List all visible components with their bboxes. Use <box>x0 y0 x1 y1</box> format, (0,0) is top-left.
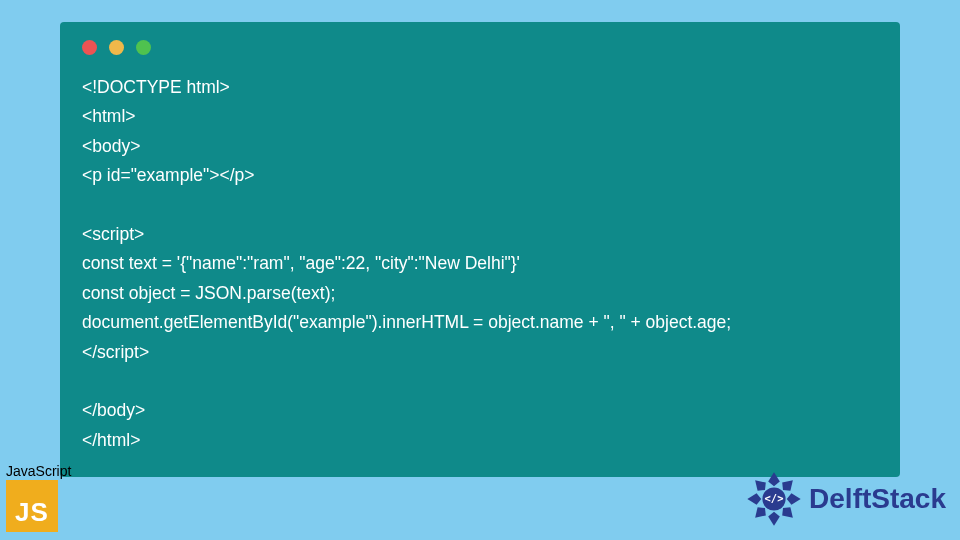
window-titlebar <box>82 40 878 55</box>
javascript-badge: JavaScript JS <box>6 463 71 532</box>
language-short: JS <box>15 497 49 528</box>
svg-marker-2 <box>787 493 801 505</box>
delftstack-icon: </> <box>745 470 803 528</box>
code-content: <!DOCTYPE html> <html> <body> <p id="exa… <box>82 73 878 455</box>
brand-name: DelftStack <box>809 483 946 515</box>
footer: JavaScript JS </> DelftStac <box>0 460 960 532</box>
svg-text:</>: </> <box>765 492 784 504</box>
svg-marker-4 <box>768 512 780 526</box>
minimize-icon <box>109 40 124 55</box>
maximize-icon <box>136 40 151 55</box>
svg-marker-6 <box>747 493 761 505</box>
language-label: JavaScript <box>6 463 71 479</box>
code-window: <!DOCTYPE html> <html> <body> <p id="exa… <box>60 22 900 477</box>
close-icon <box>82 40 97 55</box>
svg-marker-0 <box>768 472 780 486</box>
javascript-icon: JS <box>6 480 58 532</box>
brand-logo-block: </> DelftStack <box>745 470 946 528</box>
